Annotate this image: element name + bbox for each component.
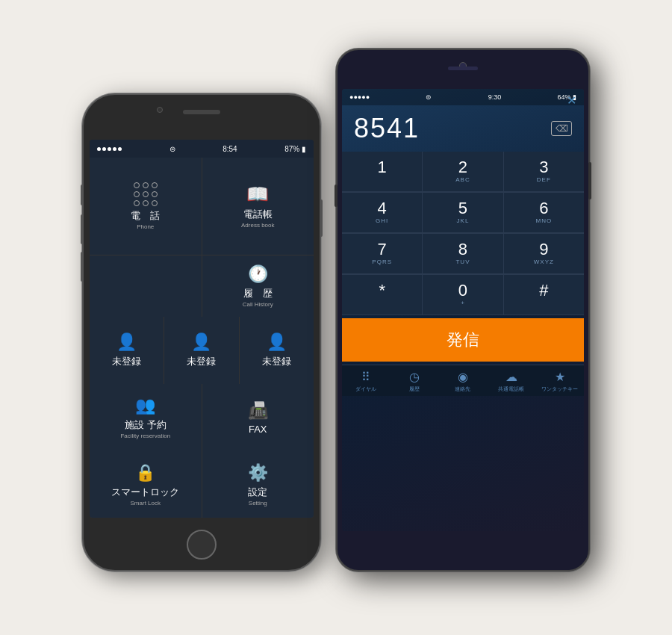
nav-history-label: 履歴 (409, 385, 420, 393)
phone1-screen: ⊜ 8:54 87% ▮ 電 話 Phone (90, 140, 314, 518)
key-star[interactable]: * (342, 275, 422, 315)
addressbook-label-en: Adress book (241, 222, 274, 229)
person3-icon: 👤 (267, 332, 287, 352)
addressbook-label-ja: 電話帳 (243, 208, 273, 221)
setting-label-en: Setting (249, 500, 267, 507)
phone1-wifi-icon: ⊜ (169, 145, 175, 153)
book-icon: 📖 (246, 184, 269, 205)
smartlock-cell[interactable]: 🔒 スマートロック Smart Lock (90, 451, 202, 518)
fax-icon: 📠 (248, 401, 268, 421)
phone1-side-left3 (81, 252, 84, 282)
phone1-side-left2 (81, 214, 84, 244)
phone2-statusbar: ●●●●● ⊜ 9:30 64% ▮ ✕ (342, 89, 584, 105)
nav-onetouch-label: ワンタッチキー (541, 385, 578, 393)
phone2-wifi-icon: ⊜ (426, 93, 432, 101)
nav-shared-label: 共通電話帳 (498, 385, 524, 393)
key-7[interactable]: 7 PQRS (342, 234, 422, 274)
person1-icon: 👤 (116, 332, 137, 352)
nav-dial[interactable]: ⠿ ダイヤル (342, 370, 391, 393)
phone2-speaker (448, 66, 478, 70)
setting-label-ja: 設定 (248, 486, 267, 499)
contact2-cell[interactable]: 👤 未登録 (164, 317, 238, 384)
setting-cell[interactable]: ⚙️ 設定 Setting (202, 451, 314, 518)
contact2-label: 未登録 (187, 355, 216, 368)
gear-icon: ⚙️ (248, 463, 268, 483)
nav-contacts-label: 連絡先 (455, 385, 470, 393)
lock-icon: 🔒 (135, 463, 155, 483)
contacts-grid: 👤 未登録 👤 未登録 👤 未登録 (90, 317, 314, 384)
phones-container: ⊜ 8:54 87% ▮ 電 話 Phone (15, 11, 657, 624)
key-0[interactable]: 0 + (423, 275, 503, 315)
key-6[interactable]: 6 MNO (504, 193, 584, 233)
facility-label-ja: 施設 予約 (125, 418, 167, 432)
dialer-number: 8541 (354, 113, 420, 144)
phone2-time: 9:30 (488, 93, 502, 101)
phone1-battery: 87% ▮ (284, 145, 306, 153)
phone-spacer (90, 255, 202, 317)
callhistory-label-ja: 履 歴 (243, 287, 273, 300)
phone2: ●●●●● ⊜ 9:30 64% ▮ ✕ 8541 ⌫ 1 (336, 49, 590, 572)
phone2-bottom-nav: ⠿ ダイヤル ◷ 履歴 ◉ 連絡先 ☁ 共通電話帳 ★ ワンタッチキー (342, 365, 584, 396)
phone1-side-right (320, 199, 323, 237)
key-5[interactable]: 5 JKL (423, 193, 503, 233)
star-icon: ★ (555, 370, 565, 384)
phone-label-ja: 電 話 (131, 209, 160, 223)
phone1-signal (97, 147, 122, 151)
contact3-cell[interactable]: 👤 未登録 (240, 317, 314, 384)
key-hash[interactable]: # (504, 275, 584, 315)
nav-contacts[interactable]: ◉ 連絡先 (439, 370, 488, 393)
key-9[interactable]: 9 WXYZ (504, 234, 584, 274)
fax-label: FAX (249, 424, 267, 435)
key-4[interactable]: 4 GHI (342, 193, 422, 233)
key-3[interactable]: 3 DEF (504, 152, 584, 192)
callhistory-label-en: Call History (243, 301, 273, 308)
nav-dial-label: ダイヤル (355, 385, 376, 393)
phone2-power-button[interactable] (335, 185, 337, 207)
smartlock-label-ja: スマートロック (111, 486, 179, 499)
nav-shared[interactable]: ☁ 共通電話帳 (487, 370, 535, 393)
addressbook-cell[interactable]: 📖 電話帳 Adress book (202, 158, 314, 255)
phone1-time: 8:54 (223, 145, 237, 153)
contacts-icon: ◉ (458, 370, 468, 384)
contact1-cell[interactable]: 👤 未登録 (90, 317, 164, 384)
facility-fax-grid: 👥 施設 予約 Facility reservation 📠 FAX (90, 384, 314, 451)
smartlock-label-en: Smart Lock (131, 500, 161, 507)
phone1-camera (157, 107, 163, 113)
phone2-vol-button[interactable] (588, 162, 591, 199)
backspace-button[interactable]: ⌫ (551, 121, 572, 136)
key-1[interactable]: 1 (342, 152, 422, 192)
cloud-icon: ☁ (505, 370, 517, 384)
phone1-statusbar: ⊜ 8:54 87% ▮ (90, 140, 314, 158)
fax-cell[interactable]: 📠 FAX (202, 384, 314, 451)
phone1-home-button[interactable] (187, 530, 217, 560)
nav-history[interactable]: ◷ 履歴 (391, 370, 439, 393)
phone2-signal: ●●●●● (349, 93, 370, 101)
call-button[interactable]: 発信 (342, 318, 584, 362)
phone-cell[interactable]: 電 話 Phone (90, 158, 202, 255)
dial-icon: ⠿ (361, 370, 370, 384)
person2-icon: 👤 (191, 332, 211, 352)
phone-icon (134, 182, 158, 206)
phone1-speaker (183, 110, 220, 114)
callhistory-cell[interactable]: 🕐 履 歴 Call History (202, 255, 314, 317)
phone2-close-button[interactable]: ✕ (567, 93, 576, 108)
numpad: 1 2 ABC 3 DEF 4 GHI 5 JKL (342, 152, 584, 315)
facility-label-en: Facility reservation (120, 433, 170, 439)
contact1-label: 未登録 (112, 355, 141, 368)
phone2-screen: ●●●●● ⊜ 9:30 64% ▮ ✕ 8541 ⌫ 1 (342, 89, 584, 531)
phone1-top-grid: 電 話 Phone 📖 電話帳 Adress book 🕐 履 歴 Call H… (90, 158, 314, 317)
facility-icon: 👥 (135, 396, 155, 415)
key-8[interactable]: 8 TUV (423, 234, 503, 274)
contact3-label: 未登録 (262, 355, 291, 368)
clock-icon: 🕐 (248, 264, 268, 284)
facility-cell[interactable]: 👥 施設 予約 Facility reservation (90, 384, 202, 451)
key-2[interactable]: 2 ABC (423, 152, 503, 192)
history-icon: ◷ (409, 370, 420, 384)
nav-onetouch[interactable]: ★ ワンタッチキー (535, 370, 584, 393)
phone-label-en: Phone (137, 223, 154, 230)
lock-setting-grid: 🔒 スマートロック Smart Lock ⚙️ 設定 Setting (90, 451, 314, 518)
phone1: ⊜ 8:54 87% ▮ 電 話 Phone (82, 93, 321, 572)
dialer-display: 8541 ⌫ (342, 105, 584, 149)
phone1-side-left1 (81, 185, 84, 205)
